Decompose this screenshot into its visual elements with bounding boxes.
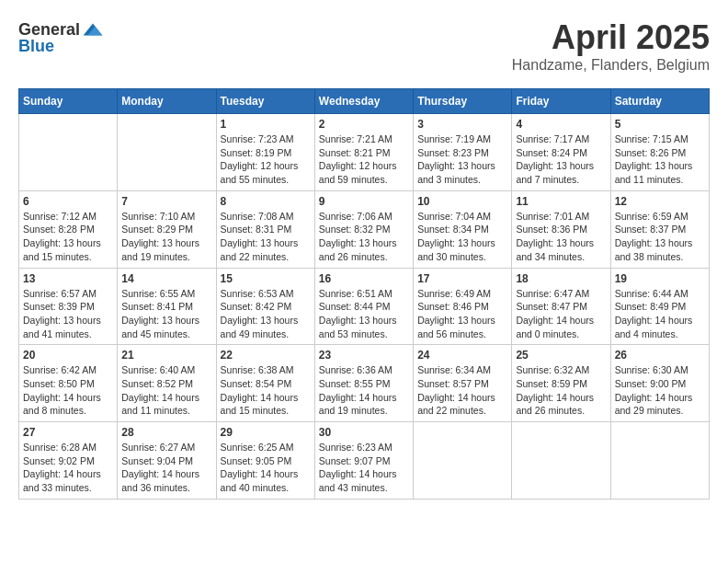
day-detail: Sunrise: 6:51 AMSunset: 8:44 PMDaylight:… [319, 287, 409, 341]
day-number: 22 [221, 349, 311, 362]
day-number: 16 [319, 272, 409, 285]
calendar-cell [19, 114, 118, 191]
day-detail: Sunrise: 6:49 AMSunset: 8:46 PMDaylight:… [417, 287, 507, 341]
calendar-cell: 23Sunrise: 6:36 AMSunset: 8:55 PMDayligh… [314, 345, 413, 422]
day-number: 11 [516, 195, 606, 208]
day-detail: Sunrise: 7:04 AMSunset: 8:34 PMDaylight:… [417, 210, 507, 264]
weekday-header-sunday: Sunday [19, 89, 118, 114]
calendar-cell: 11Sunrise: 7:01 AMSunset: 8:36 PMDayligh… [512, 190, 610, 268]
day-detail: Sunrise: 7:19 AMSunset: 8:23 PMDaylight:… [417, 132, 507, 187]
day-number: 9 [319, 195, 409, 208]
day-detail: Sunrise: 7:23 AMSunset: 8:19 PMDaylight:… [221, 132, 311, 187]
calendar-cell: 3Sunrise: 7:19 AMSunset: 8:23 PMDaylight… [414, 114, 512, 191]
day-detail: Sunrise: 6:27 AMSunset: 9:04 PMDaylight:… [121, 441, 211, 495]
day-number: 8 [221, 195, 311, 208]
day-number: 13 [23, 272, 113, 285]
weekday-header-thursday: Thursday [414, 89, 512, 114]
calendar-week-row: 20Sunrise: 6:42 AMSunset: 8:50 PMDayligh… [19, 345, 710, 422]
calendar-cell: 2Sunrise: 7:21 AMSunset: 8:21 PMDaylight… [314, 114, 413, 191]
weekday-header-saturday: Saturday [610, 89, 709, 114]
day-detail: Sunrise: 7:01 AMSunset: 8:36 PMDaylight:… [516, 210, 606, 264]
day-detail: Sunrise: 7:17 AMSunset: 8:24 PMDaylight:… [516, 132, 606, 187]
day-number: 1 [221, 118, 311, 131]
day-detail: Sunrise: 7:06 AMSunset: 8:32 PMDaylight:… [319, 210, 409, 264]
logo-blue: Blue [18, 37, 54, 56]
calendar-week-row: 1Sunrise: 7:23 AMSunset: 8:19 PMDaylight… [19, 114, 710, 191]
day-number: 17 [417, 272, 507, 285]
day-detail: Sunrise: 6:55 AMSunset: 8:41 PMDaylight:… [121, 287, 211, 341]
day-detail: Sunrise: 7:08 AMSunset: 8:31 PMDaylight:… [221, 210, 311, 264]
calendar-cell: 27Sunrise: 6:28 AMSunset: 9:02 PMDayligh… [19, 422, 118, 500]
day-number: 23 [319, 349, 409, 362]
day-number: 30 [319, 426, 409, 439]
calendar-cell: 8Sunrise: 7:08 AMSunset: 8:31 PMDaylight… [216, 190, 314, 268]
calendar-cell: 28Sunrise: 6:27 AMSunset: 9:04 PMDayligh… [118, 422, 216, 500]
calendar-title: April 2025 [512, 18, 710, 57]
calendar-cell: 4Sunrise: 7:17 AMSunset: 8:24 PMDaylight… [512, 114, 610, 191]
day-detail: Sunrise: 7:10 AMSunset: 8:29 PMDaylight:… [121, 210, 211, 264]
weekday-header-row: SundayMondayTuesdayWednesdayThursdayFrid… [19, 89, 710, 114]
day-number: 14 [121, 272, 211, 285]
calendar-cell: 13Sunrise: 6:57 AMSunset: 8:39 PMDayligh… [19, 268, 118, 345]
day-detail: Sunrise: 6:53 AMSunset: 8:42 PMDaylight:… [221, 287, 311, 341]
day-detail: Sunrise: 6:34 AMSunset: 8:57 PMDaylight:… [417, 363, 507, 418]
day-number: 5 [615, 118, 705, 131]
day-detail: Sunrise: 6:57 AMSunset: 8:39 PMDaylight:… [23, 287, 113, 341]
day-number: 24 [417, 349, 507, 362]
weekday-header-wednesday: Wednesday [314, 89, 413, 114]
calendar-week-row: 27Sunrise: 6:28 AMSunset: 9:02 PMDayligh… [19, 422, 710, 500]
logo: General Blue [18, 18, 104, 56]
day-number: 27 [23, 426, 113, 439]
day-detail: Sunrise: 6:36 AMSunset: 8:55 PMDaylight:… [319, 363, 409, 418]
calendar-cell: 1Sunrise: 7:23 AMSunset: 8:19 PMDaylight… [216, 114, 314, 191]
day-detail: Sunrise: 7:12 AMSunset: 8:28 PMDaylight:… [23, 210, 113, 264]
calendar-cell: 24Sunrise: 6:34 AMSunset: 8:57 PMDayligh… [414, 345, 512, 422]
day-number: 26 [615, 349, 705, 362]
calendar-subtitle: Handzame, Flanders, Belgium [512, 57, 710, 74]
day-number: 29 [221, 426, 311, 439]
calendar-cell: 15Sunrise: 6:53 AMSunset: 8:42 PMDayligh… [216, 268, 314, 345]
calendar-cell: 12Sunrise: 6:59 AMSunset: 8:37 PMDayligh… [610, 190, 709, 268]
day-detail: Sunrise: 6:38 AMSunset: 8:54 PMDaylight:… [221, 363, 311, 418]
day-number: 18 [516, 272, 606, 285]
calendar-cell: 21Sunrise: 6:40 AMSunset: 8:52 PMDayligh… [118, 345, 216, 422]
calendar-cell: 25Sunrise: 6:32 AMSunset: 8:59 PMDayligh… [512, 345, 610, 422]
day-number: 20 [23, 349, 113, 362]
title-block: April 2025 Handzame, Flanders, Belgium [512, 18, 710, 74]
day-number: 25 [516, 349, 606, 362]
weekday-header-friday: Friday [512, 89, 610, 114]
calendar-cell [118, 114, 216, 191]
day-detail: Sunrise: 7:21 AMSunset: 8:21 PMDaylight:… [319, 132, 409, 187]
calendar-table: SundayMondayTuesdayWednesdayThursdayFrid… [18, 88, 710, 500]
calendar-cell: 26Sunrise: 6:30 AMSunset: 9:00 PMDayligh… [610, 345, 709, 422]
day-detail: Sunrise: 6:32 AMSunset: 8:59 PMDaylight:… [516, 363, 606, 418]
day-number: 4 [516, 118, 606, 131]
day-detail: Sunrise: 7:15 AMSunset: 8:26 PMDaylight:… [615, 132, 705, 187]
calendar-cell: 6Sunrise: 7:12 AMSunset: 8:28 PMDaylight… [19, 190, 118, 268]
calendar-cell [610, 422, 709, 500]
calendar-week-row: 13Sunrise: 6:57 AMSunset: 8:39 PMDayligh… [19, 268, 710, 345]
calendar-cell: 10Sunrise: 7:04 AMSunset: 8:34 PMDayligh… [414, 190, 512, 268]
calendar-cell: 20Sunrise: 6:42 AMSunset: 8:50 PMDayligh… [19, 345, 118, 422]
day-number: 15 [221, 272, 311, 285]
day-number: 2 [319, 118, 409, 131]
day-detail: Sunrise: 6:42 AMSunset: 8:50 PMDaylight:… [23, 363, 113, 418]
calendar-cell [512, 422, 610, 500]
day-number: 3 [417, 118, 507, 131]
calendar-cell: 9Sunrise: 7:06 AMSunset: 8:32 PMDaylight… [314, 190, 413, 268]
day-number: 19 [615, 272, 705, 285]
day-detail: Sunrise: 6:47 AMSunset: 8:47 PMDaylight:… [516, 287, 606, 341]
day-number: 6 [23, 195, 113, 208]
calendar-cell: 5Sunrise: 7:15 AMSunset: 8:26 PMDaylight… [610, 114, 709, 191]
calendar-cell: 30Sunrise: 6:23 AMSunset: 9:07 PMDayligh… [314, 422, 413, 500]
day-detail: Sunrise: 6:28 AMSunset: 9:02 PMDaylight:… [23, 441, 113, 495]
day-number: 10 [417, 195, 507, 208]
day-detail: Sunrise: 6:44 AMSunset: 8:49 PMDaylight:… [615, 287, 705, 341]
calendar-cell: 14Sunrise: 6:55 AMSunset: 8:41 PMDayligh… [118, 268, 216, 345]
calendar-cell: 29Sunrise: 6:25 AMSunset: 9:05 PMDayligh… [216, 422, 314, 500]
day-number: 28 [121, 426, 211, 439]
calendar-week-row: 6Sunrise: 7:12 AMSunset: 8:28 PMDaylight… [19, 190, 710, 268]
day-detail: Sunrise: 6:23 AMSunset: 9:07 PMDaylight:… [319, 441, 409, 495]
day-number: 12 [615, 195, 705, 208]
day-detail: Sunrise: 6:40 AMSunset: 8:52 PMDaylight:… [121, 363, 211, 418]
